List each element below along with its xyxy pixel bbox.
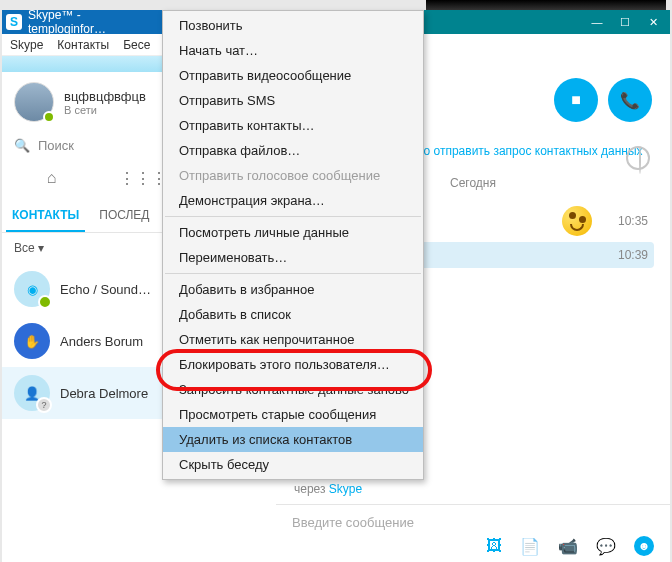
- context-menu-item[interactable]: Отправить видеосообщение: [163, 63, 423, 88]
- background-taskbar: [426, 0, 666, 10]
- main-titlebar: S Skype™ - temploginfor…: [2, 10, 162, 34]
- context-menu-item[interactable]: Посмотреть личные данные: [163, 220, 423, 245]
- presence-online-icon: [43, 111, 55, 123]
- minimize-button[interactable]: —: [590, 16, 604, 28]
- emoji-wonder-icon: [562, 206, 592, 236]
- contact-context-menu: ПозвонитьНачать чат…Отправить видеосообщ…: [162, 10, 424, 480]
- context-menu-item[interactable]: Начать чат…: [163, 38, 423, 63]
- video-call-button[interactable]: ■: [554, 78, 598, 122]
- context-menu-item[interactable]: Отправить контакты…: [163, 113, 423, 138]
- context-menu-item[interactable]: Скрыть беседу: [163, 452, 423, 477]
- home-icon[interactable]: ⌂: [32, 169, 72, 190]
- via-text: через: [294, 482, 329, 496]
- audio-call-button[interactable]: 📞: [608, 78, 652, 122]
- send-video-icon[interactable]: 📹: [558, 537, 578, 556]
- contact-avatar: ◉: [14, 271, 50, 307]
- contact-avatar: ✋: [14, 323, 50, 359]
- context-menu-item[interactable]: Позвонить: [163, 13, 423, 38]
- context-menu-item[interactable]: Добавить в избранное: [163, 277, 423, 302]
- contact-avatar: 👤: [14, 375, 50, 411]
- context-menu-item[interactable]: Просмотреть старые сообщения: [163, 402, 423, 427]
- contact-name: Echo / Sound…: [60, 282, 151, 297]
- context-menu-item[interactable]: Отправить SMS: [163, 88, 423, 113]
- contact-name: Anders Borum: [60, 334, 143, 349]
- context-menu-item[interactable]: Переименовать…: [163, 245, 423, 270]
- self-name: вцфвцфвфцв: [64, 89, 146, 104]
- context-menu-item[interactable]: Блокировать этого пользователя…: [163, 352, 423, 377]
- maximize-button[interactable]: ☐: [618, 16, 632, 29]
- main-title-text: Skype™ - temploginfor…: [28, 8, 162, 36]
- tab-contacts[interactable]: КОНТАКТЫ: [6, 200, 85, 232]
- context-menu-item[interactable]: Отправка файлов…: [163, 138, 423, 163]
- composer-input[interactable]: Введите сообщение: [292, 515, 654, 530]
- emoji-picker-icon[interactable]: ☻: [634, 536, 654, 556]
- send-photo-icon[interactable]: 🖼: [486, 537, 502, 555]
- message-time: 10:35: [608, 214, 648, 228]
- menu-skype[interactable]: Skype: [10, 38, 43, 52]
- tab-recent[interactable]: ПОСЛЕД: [93, 200, 155, 232]
- context-menu-item[interactable]: Демонстрация экрана…: [163, 188, 423, 213]
- close-button[interactable]: ✕: [646, 16, 660, 29]
- self-avatar[interactable]: [14, 82, 54, 122]
- self-status[interactable]: В сети: [64, 104, 146, 116]
- menu-conversation[interactable]: Бесе: [123, 38, 150, 52]
- context-menu-item[interactable]: Добавить в список: [163, 302, 423, 327]
- composer-tools: 🖼 📄 📹 💬 ☻: [292, 536, 654, 556]
- context-menu-item[interactable]: Отметить как непрочитанное: [163, 327, 423, 352]
- context-menu-item[interactable]: Удалить из списка контактов: [163, 427, 423, 452]
- dialpad-icon[interactable]: ⋮⋮⋮: [119, 169, 159, 190]
- send-contact-icon[interactable]: 💬: [596, 537, 616, 556]
- skype-logo-icon: S: [6, 14, 22, 30]
- send-file-icon[interactable]: 📄: [520, 537, 540, 556]
- search-icon: 🔍: [14, 138, 30, 153]
- video-icon: ■: [571, 91, 581, 109]
- menu-contacts[interactable]: Контакты: [57, 38, 109, 52]
- via-skype-link[interactable]: Skype: [329, 482, 362, 496]
- phone-icon: 📞: [620, 91, 640, 110]
- contact-name: Debra Delmore: [60, 386, 148, 401]
- context-menu-item[interactable]: Запросить контактные данные заново: [163, 377, 423, 402]
- context-menu-item: Отправить голосовое сообщение: [163, 163, 423, 188]
- search-placeholder: Поиск: [38, 138, 74, 153]
- composer: Введите сообщение 🖼 📄 📹 💬 ☻: [276, 504, 670, 562]
- globe-icon: [626, 146, 650, 170]
- message-time: 10:39: [608, 248, 648, 262]
